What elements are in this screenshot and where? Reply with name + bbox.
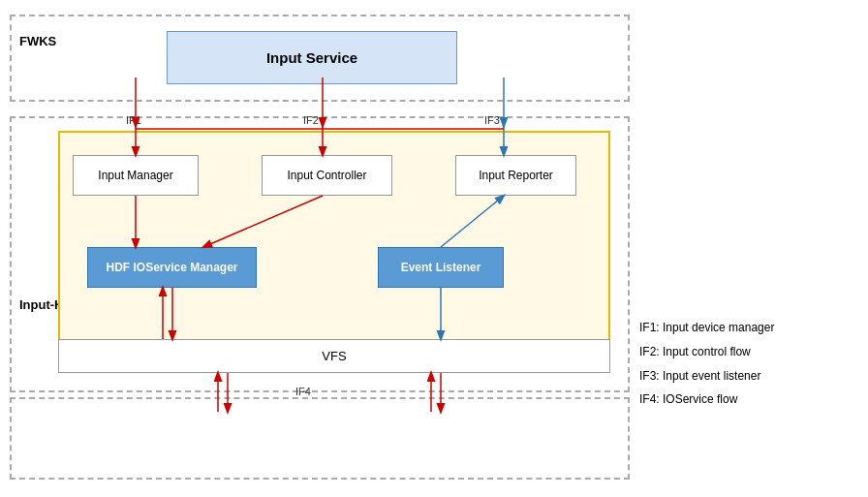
kernel-layer: Kernel Driver HDF Input Driver [10,397,630,480]
legend: IF1: Input device manager IF2: Input con… [639,320,852,416]
if1-label: IF1 [126,114,141,126]
legend-if2: IF2: Input control flow [639,344,852,360]
if4-label: IF4 [295,386,311,397]
legend-if4: IF4: IOService flow [639,391,852,408]
vfs-box: VFS [58,339,610,373]
legend-if1: IF1: Input device manager [639,320,852,336]
if3-label: IF3 [484,114,500,126]
fwks-layer: FWKS Input Service [10,15,630,102]
legend-if3: IF3: Input event listener [639,368,852,385]
input-controller-box: Input Controller [262,155,392,196]
diagram-area: FWKS Input Service Input-HDI Input Manag… [10,10,639,484]
input-reporter-box: Input Reporter [455,155,576,196]
hdf-ioservice-box: HDF IOService Manager [87,247,257,288]
input-manager-box: Input Manager [73,155,199,196]
input-service-box: Input Service [167,31,457,84]
fwks-label: FWKS [19,34,56,48]
if2-label: IF2 [303,114,319,126]
event-listener-box: Event Listener [378,247,504,288]
